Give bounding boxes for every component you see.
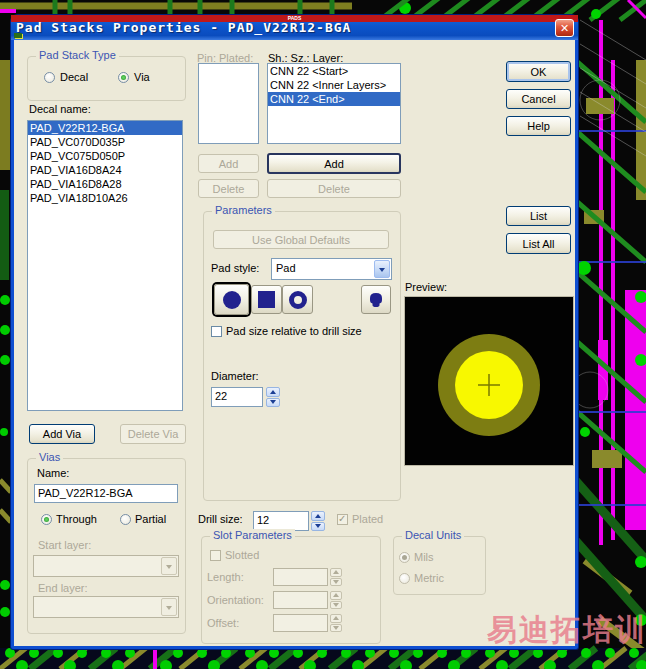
annular-pad-icon bbox=[289, 291, 307, 309]
decal-units-label: Decal Units bbox=[402, 529, 464, 541]
pad-stacks-properties-dialog: PADS Pad Stacks Properties - PAD_V22R12-… bbox=[11, 15, 578, 649]
close-icon[interactable]: ✕ bbox=[555, 19, 574, 37]
layer-listbox[interactable]: CNN 22 <Start> CNN 22 <Inner Layers> CNN… bbox=[267, 63, 401, 144]
end-layer-select bbox=[33, 596, 179, 618]
pad-shape-annular-button[interactable] bbox=[282, 285, 313, 314]
diameter-label: Diameter: bbox=[211, 370, 259, 382]
diameter-stepper[interactable] bbox=[266, 387, 280, 407]
mils-radio bbox=[399, 552, 410, 563]
via-name-label: Name: bbox=[37, 467, 69, 479]
pad-shape-odd-button[interactable] bbox=[361, 285, 391, 314]
via-name-input[interactable]: PAD_V22R12-BGA bbox=[34, 484, 178, 503]
start-layer-select bbox=[33, 555, 179, 577]
pad-shape-square-button[interactable] bbox=[251, 285, 282, 314]
pad-style-select[interactable]: Pad bbox=[271, 258, 392, 280]
metric-radio-label: Metric bbox=[414, 572, 444, 584]
orientation-input bbox=[273, 591, 328, 609]
pad-shape-circle-button[interactable] bbox=[214, 284, 249, 315]
plated-label: Plated bbox=[352, 513, 383, 525]
through-radio-label[interactable]: Through bbox=[56, 513, 97, 525]
drill-size-input[interactable]: 12 bbox=[253, 511, 309, 531]
list-item[interactable]: PAD_V22R12-BGA bbox=[28, 121, 182, 135]
offset-label: Offset: bbox=[207, 617, 239, 629]
list-item[interactable]: CNN 22 <Start> bbox=[268, 64, 400, 78]
orientation-stepper bbox=[330, 591, 342, 609]
pin-listbox[interactable] bbox=[198, 63, 259, 144]
help-button[interactable]: Help bbox=[506, 116, 571, 136]
mils-radio-label: Mils bbox=[414, 551, 434, 563]
partial-radio[interactable] bbox=[120, 514, 131, 525]
list-all-button[interactable]: List All bbox=[506, 233, 571, 254]
via-radio-label[interactable]: Via bbox=[134, 71, 150, 83]
list-item[interactable]: PAD_VC070D035P bbox=[28, 135, 182, 149]
list-item[interactable]: PAD_VIA16D8A24 bbox=[28, 163, 182, 177]
pad-preview-graphic bbox=[405, 297, 573, 465]
pad-size-relative-checkbox[interactable] bbox=[211, 326, 222, 337]
length-stepper bbox=[330, 568, 342, 586]
square-pad-icon bbox=[258, 291, 275, 308]
layer-delete-button[interactable]: Delete bbox=[267, 179, 401, 198]
slotted-checkbox bbox=[210, 550, 221, 561]
partial-radio-label[interactable]: Partial bbox=[135, 513, 166, 525]
orientation-label: Orientation: bbox=[207, 594, 264, 606]
list-item[interactable]: PAD_VC075D050P bbox=[28, 149, 182, 163]
start-layer-label: Start layer: bbox=[38, 539, 91, 551]
end-layer-label: End layer: bbox=[38, 582, 88, 594]
pin-delete-button[interactable]: Delete bbox=[198, 179, 259, 198]
odd-pad-icon bbox=[367, 291, 385, 309]
via-radio[interactable] bbox=[118, 72, 129, 83]
list-item[interactable]: PAD_VIA18D10A26 bbox=[28, 191, 182, 205]
decal-name-label: Decal name: bbox=[29, 103, 91, 115]
length-label: Length: bbox=[207, 571, 244, 583]
vias-group-label: Vias bbox=[36, 451, 63, 463]
list-item[interactable]: PAD_VIA16D8A28 bbox=[28, 177, 182, 191]
drill-size-label: Drill size: bbox=[198, 513, 243, 525]
pad-preview bbox=[404, 296, 574, 466]
offset-input bbox=[273, 614, 328, 632]
slot-parameters-label: Slot Parameters bbox=[210, 529, 295, 541]
spin-up-icon[interactable] bbox=[266, 387, 280, 397]
ok-button[interactable]: OK bbox=[506, 61, 571, 82]
pad-size-relative-label[interactable]: Pad size relative to drill size bbox=[226, 325, 362, 337]
parameters-group: Parameters bbox=[203, 211, 401, 501]
list-item[interactable]: CNN 22 <Inner Layers> bbox=[268, 78, 400, 92]
screen: PADS Pad Stacks Properties - PAD_V22R12-… bbox=[0, 0, 646, 669]
decal-name-listbox[interactable]: PAD_V22R12-BGA PAD_VC070D035P PAD_VC075D… bbox=[27, 120, 183, 411]
decal-units-group: Decal Units bbox=[393, 536, 486, 595]
slotted-label: Slotted bbox=[225, 549, 259, 561]
spin-down-icon[interactable] bbox=[311, 522, 325, 532]
metric-radio bbox=[399, 573, 410, 584]
spin-down-icon[interactable] bbox=[266, 398, 280, 408]
preview-label: Preview: bbox=[405, 281, 447, 293]
list-item[interactable]: CNN 22 <End> bbox=[268, 92, 400, 106]
use-global-defaults-button[interactable]: Use Global Defaults bbox=[213, 230, 389, 249]
decal-radio[interactable] bbox=[44, 72, 55, 83]
offset-stepper bbox=[330, 614, 342, 632]
through-radio[interactable] bbox=[41, 514, 52, 525]
pad-stack-type-label: Pad Stack Type bbox=[36, 49, 119, 61]
pad-style-label: Pad style: bbox=[211, 262, 259, 274]
circle-pad-icon bbox=[223, 291, 241, 309]
add-via-button[interactable]: Add Via bbox=[29, 424, 95, 444]
title-bar[interactable]: PADS Pad Stacks Properties - PAD_V22R12-… bbox=[11, 15, 578, 40]
layer-add-button[interactable]: Add bbox=[267, 153, 401, 174]
list-button[interactable]: List bbox=[506, 206, 571, 226]
spin-up-icon[interactable] bbox=[311, 511, 325, 521]
length-input bbox=[273, 568, 328, 586]
chevron-down-icon bbox=[374, 260, 390, 278]
delete-via-button[interactable]: Delete Via bbox=[120, 424, 186, 444]
chevron-down-icon bbox=[161, 598, 177, 616]
chevron-down-icon bbox=[161, 557, 177, 575]
window-title: Pad Stacks Properties - PAD_V22R12-BGA bbox=[16, 20, 351, 35]
pad-style-value: Pad bbox=[276, 262, 296, 274]
cancel-button[interactable]: Cancel bbox=[506, 89, 571, 109]
pin-add-button[interactable]: Add bbox=[198, 154, 259, 173]
dialog-body: Pad Stack Type Decal Via Decal name: PAD… bbox=[14, 40, 575, 646]
decal-radio-label[interactable]: Decal bbox=[60, 71, 88, 83]
diameter-input[interactable]: 22 bbox=[211, 387, 263, 407]
plated-checkbox bbox=[337, 514, 348, 525]
parameters-group-label: Parameters bbox=[212, 204, 275, 216]
drill-size-stepper[interactable] bbox=[311, 511, 325, 531]
